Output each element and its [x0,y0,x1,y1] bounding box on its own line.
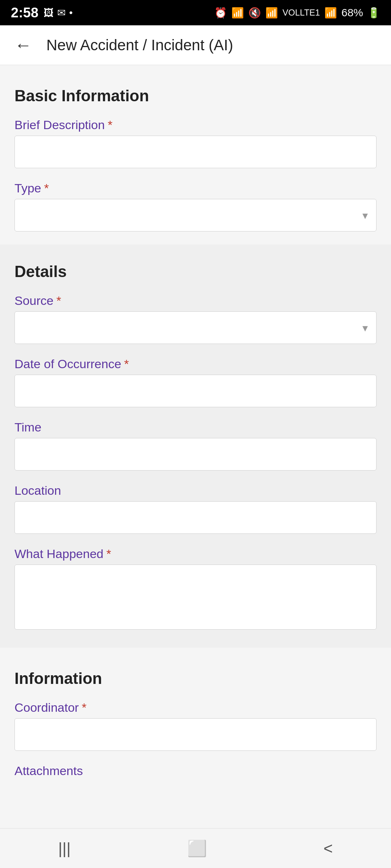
lte-label: VOLLTE1 [282,8,320,18]
date-of-occurrence-input[interactable] [14,375,377,407]
time-label: Time [14,420,377,434]
source-label: Source * [14,294,377,308]
what-happened-field: What Happened * [14,547,377,631]
location-input[interactable] [14,501,377,534]
brief-description-field: Brief Description * [14,118,377,168]
alarm-icon: ⏰ [214,7,227,19]
coordinator-field: Coordinator * [14,701,377,751]
what-happened-label: What Happened * [14,547,377,561]
status-bar: 2:58 🖼 ✉ • ⏰ 📶 🔇 📶 VOLLTE1 📶 68% 🔋 [0,0,391,25]
status-right: ⏰ 📶 🔇 📶 VOLLTE1 📶 68% 🔋 [214,7,380,19]
details-title: Details [14,263,377,281]
source-select-wrapper: ▾ [14,311,377,344]
date-of-occurrence-label: Date of Occurrence * [14,357,377,371]
location-label: Location [14,484,377,498]
dot-icon: • [69,7,73,18]
time-input[interactable] [14,438,377,471]
location-field: Location [14,484,377,534]
date-required: * [124,357,129,371]
attachments-label: Attachments [14,764,377,778]
status-icons: 🖼 ✉ • [43,7,73,19]
status-left: 2:58 🖼 ✉ • [11,5,73,21]
details-section: Details Source * ▾ Date of Occurrence * [0,244,391,648]
date-of-occurrence-field: Date of Occurrence * [14,357,377,407]
mute-icon: 🔇 [248,7,261,19]
back-nav-button[interactable]: < [309,837,347,860]
menu-button[interactable]: ||| [44,837,85,860]
what-happened-required: * [106,547,111,561]
type-label: Type * [14,181,377,195]
source-required: * [56,294,61,308]
battery-level: 68% [341,7,363,19]
back-button[interactable]: ← [11,33,35,58]
status-time: 2:58 [11,5,38,21]
basic-information-title: Basic Information [14,87,377,105]
brief-description-label: Brief Description * [14,118,377,132]
type-field: Type * ▾ [14,181,377,231]
bluetooth-icon: 📶 [231,7,244,19]
attachments-field: Attachments [14,764,377,778]
coordinator-required: * [82,701,87,715]
time-field: Time [14,420,377,471]
signal-icon: 📶 [324,7,337,19]
app-bar: ← New Accident / Incident (AI) [0,25,391,65]
wifi-icon: 📶 [265,7,278,19]
coordinator-input[interactable] [14,718,377,751]
coordinator-label: Coordinator * [14,701,377,715]
source-select[interactable] [14,311,377,344]
brief-description-required: * [108,118,112,132]
main-content: Basic Information Brief Description * Ty… [0,65,391,861]
brief-description-input[interactable] [14,136,377,168]
type-select-wrapper: ▾ [14,199,377,231]
battery-icon: 🔋 [367,7,380,19]
what-happened-input[interactable] [14,565,377,630]
type-select[interactable] [14,199,377,231]
basic-information-section: Basic Information Brief Description * Ty… [14,87,377,231]
bottom-navigation: ||| ⬜ < [0,828,391,868]
notification-icon: ✉ [57,7,66,19]
type-required: * [44,181,49,195]
page-title: New Accident / Incident (AI) [46,37,233,54]
photo-icon: 🖼 [43,7,54,19]
source-field: Source * ▾ [14,294,377,344]
home-button[interactable]: ⬜ [173,837,222,860]
information-title: Information [14,669,377,688]
